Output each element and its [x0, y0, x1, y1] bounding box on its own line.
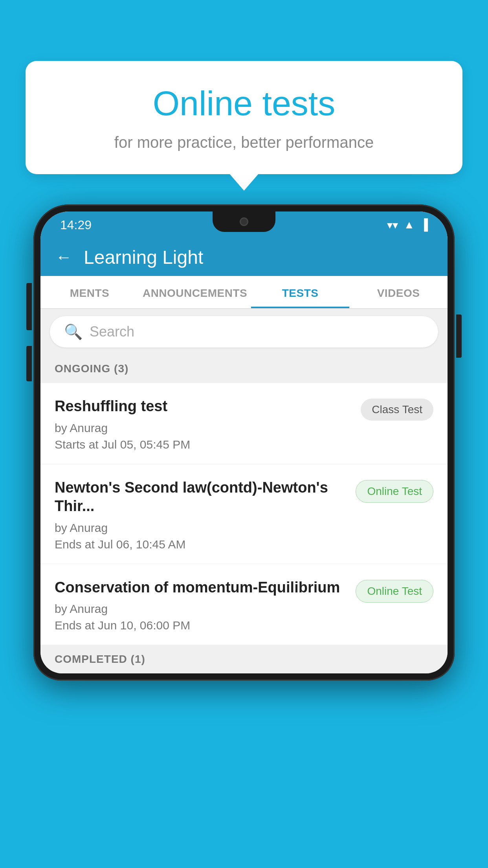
search-icon: 🔍	[64, 323, 83, 340]
status-bar: 14:29 ▾▾ ▲ ▐	[40, 211, 448, 238]
search-placeholder: Search	[90, 324, 134, 340]
test-badge-online: Online Test	[356, 480, 433, 503]
test-badge-online-2: Online Test	[356, 580, 433, 603]
test-author: by Anurag	[55, 602, 346, 616]
front-camera	[240, 217, 248, 226]
test-author: by Anurag	[55, 421, 351, 435]
test-info: Conservation of momentum-Equilibrium by …	[55, 578, 356, 633]
phone-outer: 14:29 ▾▾ ▲ ▐ ← Learning Light MENTS ANNO…	[33, 204, 455, 680]
test-item[interactable]: Reshuffling test by Anurag Starts at Jul…	[40, 383, 448, 464]
tabs-bar: MENTS ANNOUNCEMENTS TESTS VIDEOS	[40, 276, 448, 309]
back-button[interactable]: ←	[55, 249, 72, 265]
signal-icon: ▲	[404, 219, 415, 231]
app-header: ← Learning Light	[40, 238, 448, 276]
test-info: Newton's Second law(contd)-Newton's Thir…	[55, 478, 356, 551]
test-list: Reshuffling test by Anurag Starts at Jul…	[40, 383, 448, 645]
tab-tests[interactable]: TESTS	[251, 276, 349, 308]
tab-ments[interactable]: MENTS	[40, 276, 139, 308]
volume-button	[26, 346, 32, 381]
phone-container: 14:29 ▾▾ ▲ ▐ ← Learning Light MENTS ANNO…	[33, 204, 455, 868]
search-container: 🔍 Search	[40, 309, 448, 355]
test-badge-class: Class Test	[361, 399, 433, 421]
test-time: Ends at Jul 06, 10:45 AM	[55, 538, 346, 551]
bubble-subtitle: for more practice, better performance	[57, 132, 431, 153]
tab-announcements[interactable]: ANNOUNCEMENTS	[139, 276, 251, 308]
test-time: Ends at Jun 10, 06:00 PM	[55, 619, 346, 632]
test-author: by Anurag	[55, 521, 346, 535]
notch	[213, 211, 275, 232]
completed-section-header: COMPLETED (1)	[40, 645, 448, 673]
wifi-icon: ▾▾	[387, 219, 398, 232]
battery-icon: ▐	[420, 219, 428, 231]
bubble-title: Online tests	[57, 85, 431, 123]
tab-videos[interactable]: VIDEOS	[349, 276, 448, 308]
test-name: Newton's Second law(contd)-Newton's Thir…	[55, 478, 346, 516]
power-button	[456, 314, 462, 358]
test-time: Starts at Jul 05, 05:45 PM	[55, 438, 351, 451]
test-name: Reshuffling test	[55, 397, 351, 416]
test-item[interactable]: Conservation of momentum-Equilibrium by …	[40, 564, 448, 645]
app-title: Learning Light	[84, 246, 203, 268]
ongoing-section-header: ONGOING (3)	[40, 355, 448, 383]
status-icons: ▾▾ ▲ ▐	[387, 219, 428, 232]
speech-bubble-container: Online tests for more practice, better p…	[26, 61, 462, 174]
test-name: Conservation of momentum-Equilibrium	[55, 578, 346, 597]
test-info: Reshuffling test by Anurag Starts at Jul…	[55, 397, 361, 451]
search-bar[interactable]: 🔍 Search	[50, 316, 438, 348]
status-time: 14:29	[60, 218, 92, 232]
test-item[interactable]: Newton's Second law(contd)-Newton's Thir…	[40, 464, 448, 564]
speech-bubble: Online tests for more practice, better p…	[26, 61, 462, 174]
phone-screen: 14:29 ▾▾ ▲ ▐ ← Learning Light MENTS ANNO…	[40, 211, 448, 673]
